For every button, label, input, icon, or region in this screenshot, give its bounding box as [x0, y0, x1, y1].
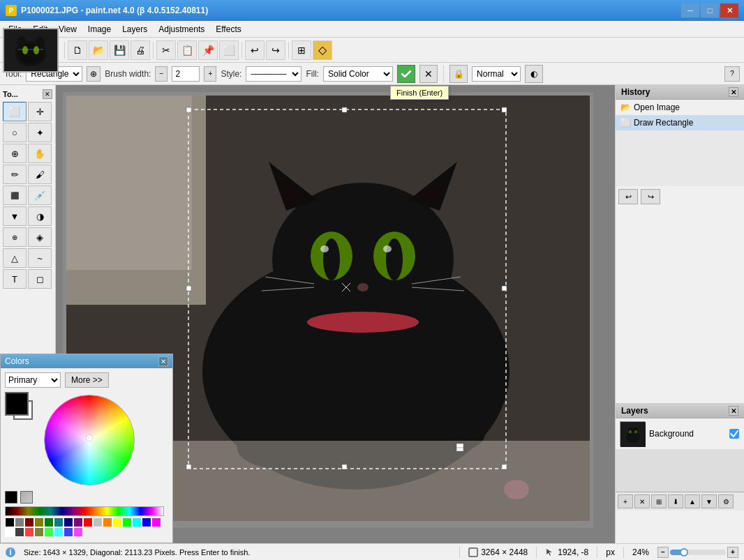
history-item-draw[interactable]: ⬜ Draw Rectangle [616, 115, 744, 130]
tool-blur[interactable]: ~ [28, 248, 52, 268]
zoom-in-btn[interactable]: + [727, 547, 738, 558]
toolbox-close-btn[interactable]: ✕ [43, 89, 52, 99]
tool-shapes[interactable]: ◻ [28, 269, 52, 289]
color-wheel[interactable] [44, 395, 135, 485]
layers-close-btn[interactable]: ✕ [729, 406, 738, 416]
new-button[interactable]: 🗋 [68, 40, 87, 60]
redo-button[interactable]: ↪ [266, 40, 285, 60]
zoom-out-btn[interactable]: − [657, 547, 669, 558]
palette-cell[interactable] [64, 517, 73, 527]
palette-cell[interactable] [112, 517, 122, 527]
palette-cell[interactable] [44, 527, 54, 537]
palette-cell[interactable] [15, 527, 24, 537]
menu-adjustments[interactable]: Adjustments [153, 22, 210, 36]
palette-cell[interactable] [15, 517, 24, 527]
palette-cell[interactable] [64, 527, 73, 537]
grey-swatch[interactable] [20, 491, 33, 504]
palette-cell[interactable] [151, 517, 161, 527]
palette-cell[interactable] [5, 517, 15, 527]
layer-up-btn[interactable]: ▲ [685, 494, 700, 508]
history-item-open[interactable]: 📂 Open Image [616, 100, 744, 115]
tool-move[interactable]: ✛ [28, 102, 52, 121]
layer-delete-btn[interactable]: ✕ [634, 494, 650, 508]
tool-clone[interactable]: ⊕ [3, 227, 27, 247]
palette-cell[interactable] [54, 527, 64, 537]
brush-width-input[interactable] [172, 66, 200, 82]
close-button[interactable]: ✕ [720, 3, 738, 17]
palette-cell[interactable] [73, 517, 83, 527]
help-btn[interactable]: ? [724, 66, 740, 82]
menu-layers[interactable]: Layers [117, 22, 153, 36]
layer-merge-btn[interactable]: ⬇ [668, 494, 683, 508]
layer-visible-checkbox[interactable] [729, 428, 740, 439]
cancel-button[interactable]: ✕ [419, 65, 438, 83]
cut-button[interactable]: ✂ [156, 40, 176, 60]
tool-mode-btn[interactable]: ⊕ [87, 66, 101, 82]
tool-pan[interactable]: ✋ [28, 144, 52, 163]
zoom-slider[interactable] [670, 550, 726, 555]
tool-lasso[interactable]: ○ [3, 123, 27, 142]
layer-background[interactable]: Background [616, 418, 744, 450]
menu-effects[interactable]: Effects [210, 22, 246, 36]
tool-zoom[interactable]: ⊕ [3, 144, 27, 163]
brush-inc-btn[interactable]: + [204, 66, 216, 82]
tool-pencil[interactable]: ✏ [3, 165, 27, 184]
palette-cell[interactable] [103, 517, 112, 527]
blend-options-btn[interactable]: ◐ [525, 65, 543, 83]
more-colors-btn[interactable]: More >> [65, 372, 109, 388]
history-undo-btn[interactable]: ↩ [618, 189, 638, 204]
open-button[interactable]: 📂 [89, 40, 108, 60]
tool-select-rect[interactable]: ⬜ [3, 102, 27, 121]
palette-cell[interactable] [73, 527, 83, 537]
primary-swatch[interactable] [5, 392, 29, 416]
hue-gradient-bar[interactable] [5, 506, 164, 516]
black-swatch[interactable] [5, 491, 17, 504]
palette-cell[interactable] [93, 517, 103, 527]
tool-eraser[interactable]: ⬛ [3, 186, 27, 205]
finish-button[interactable] [397, 65, 415, 83]
palette-cell[interactable] [142, 517, 151, 527]
copy-button[interactable]: 📋 [177, 40, 197, 60]
tool-gradient[interactable]: ◑ [28, 206, 52, 226]
tool-magic-wand[interactable]: ✦ [28, 123, 52, 142]
blend-mode-select[interactable]: Normal [472, 66, 521, 82]
style-select[interactable]: ────── [246, 66, 302, 82]
paste-button[interactable]: 📌 [198, 40, 218, 60]
layer-down-btn[interactable]: ▼ [701, 494, 717, 508]
lock-aspect-btn[interactable]: 🔒 [449, 65, 468, 83]
palette-cell[interactable] [44, 517, 54, 527]
palette-cell[interactable] [34, 517, 44, 527]
layer-properties-btn[interactable]: ⚙ [718, 494, 734, 508]
history-close-btn[interactable]: ✕ [729, 87, 738, 97]
palette-cell[interactable] [83, 517, 93, 527]
tool-color-picker[interactable]: 💉 [28, 186, 52, 205]
maximize-button[interactable]: □ [701, 3, 719, 17]
fill-select[interactable]: Solid Color [323, 66, 393, 82]
palette-cell[interactable] [24, 527, 34, 537]
color-btn[interactable]: ◇ [313, 40, 332, 60]
grid-button[interactable]: ⊞ [292, 40, 311, 60]
history-redo-btn[interactable]: ↪ [641, 189, 660, 204]
brush-dec-btn[interactable]: − [155, 66, 168, 82]
palette-cell[interactable] [122, 517, 132, 527]
palette-cell[interactable] [54, 517, 64, 527]
colors-close-btn[interactable]: ✕ [158, 356, 168, 366]
menu-image[interactable]: Image [82, 22, 117, 36]
tool-paintbrush[interactable]: 🖌 [28, 165, 52, 184]
undo-button[interactable]: ↩ [245, 40, 265, 60]
tool-fill[interactable]: ▼ [3, 206, 27, 226]
palette-cell[interactable] [24, 517, 34, 527]
layer-add-btn[interactable]: + [618, 494, 633, 508]
deselect-button[interactable]: ⬜ [219, 40, 239, 60]
palette-cell[interactable] [5, 527, 15, 537]
palette-cell[interactable] [34, 527, 44, 537]
tool-sharpen[interactable]: △ [3, 248, 27, 268]
print-button[interactable]: 🖨 [131, 40, 150, 60]
minimize-button[interactable]: ─ [681, 3, 699, 17]
palette-cell[interactable] [132, 517, 142, 527]
layer-duplicate-btn[interactable]: ⊞ [651, 494, 667, 508]
save-button[interactable]: 💾 [110, 40, 129, 60]
tool-recolor[interactable]: ◈ [28, 227, 52, 247]
color-mode-select[interactable]: Primary [5, 372, 61, 388]
tool-text[interactable]: T [3, 269, 27, 289]
